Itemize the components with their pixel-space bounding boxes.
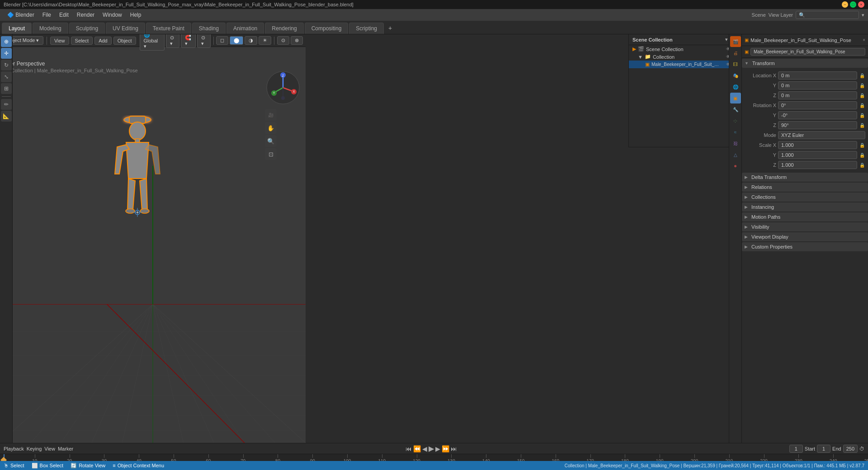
menu-edit[interactable]: Edit <box>56 11 72 19</box>
physics-props-icon[interactable]: ≈ <box>730 127 741 137</box>
instancing-header[interactable]: ▶ Instancing <box>742 202 868 212</box>
material-props-icon[interactable]: ● <box>730 160 741 171</box>
world-props-icon[interactable]: 🌐 <box>730 81 741 92</box>
scale-lock-y[interactable]: 🔒 <box>859 152 865 158</box>
snap-toggle[interactable]: 🧲 ▾ <box>181 34 196 48</box>
add-workspace-tab[interactable]: + <box>385 22 396 34</box>
menu-render[interactable]: Render <box>73 11 98 19</box>
navigation-gizmo[interactable]: Z X Y 🎥 ✋ 🔍 ⊡ <box>265 70 301 160</box>
maximize-button[interactable]: □ <box>850 1 856 8</box>
measure-tool[interactable]: 📐 <box>1 111 12 122</box>
transform-tool[interactable]: ⊞ <box>1 83 12 94</box>
rotation-x-field[interactable]: 0° <box>778 101 857 109</box>
rot-lock-z[interactable]: 🔒 <box>859 122 865 128</box>
scale-x-field[interactable]: 1.000 <box>778 141 857 149</box>
workspace-tab-shading[interactable]: Shading <box>192 23 226 34</box>
close-button[interactable]: × <box>858 1 864 8</box>
collections-header[interactable]: ▶ Collections <box>742 193 868 202</box>
annotate-tool[interactable]: ✏ <box>1 99 12 110</box>
add-menu[interactable]: Add <box>94 37 112 45</box>
location-z-field[interactable]: 0 m <box>778 91 857 99</box>
play-btn[interactable]: ▶ <box>429 444 434 453</box>
next-key-btn[interactable]: ⏩ <box>442 445 449 452</box>
prev-key-btn[interactable]: ⏪ <box>413 445 421 452</box>
workspace-tab-rendering[interactable]: Rendering <box>265 23 303 34</box>
workspace-tab-sculpting[interactable]: Sculpting <box>69 23 105 34</box>
jump-end-btn[interactable]: ⏭ <box>451 445 457 452</box>
constraints-props-icon[interactable]: ⛓ <box>730 138 741 149</box>
view-menu-tl[interactable]: View <box>44 446 55 451</box>
location-x-field[interactable]: 0 m <box>778 71 857 80</box>
workspace-tab-animation[interactable]: Animation <box>226 23 264 34</box>
workspace-tab-texture-paint[interactable]: Texture Paint <box>146 23 191 34</box>
workspace-tab-compositing[interactable]: Compositing <box>305 23 349 34</box>
perspective-btn[interactable]: ⊡ <box>265 148 277 160</box>
search-bar[interactable]: 🔍 <box>796 11 859 19</box>
cursor-tool[interactable]: ⊕ <box>1 36 12 47</box>
shading-wireframe[interactable]: ◻ <box>216 36 228 45</box>
shading-rendered[interactable]: ☀ <box>259 36 271 45</box>
scene-props-icon[interactable]: 🎭 <box>730 70 741 81</box>
workspace-tab-scripting[interactable]: Scripting <box>349 23 384 34</box>
scale-z-field[interactable]: 1.000 <box>778 161 857 169</box>
properties-scroll[interactable]: ▼ Transform Location X 0 m 🔒 Y 0 m 🔒 <box>742 58 868 443</box>
viewport-display-header[interactable]: ▶ Viewport Display <box>742 232 868 241</box>
proportional-edit[interactable]: ⊙ ▾ <box>197 34 211 48</box>
move-tool[interactable]: ✛ <box>1 48 12 59</box>
custom-properties-header[interactable]: ▶ Custom Properties <box>742 242 868 251</box>
view-menu[interactable]: View <box>50 37 69 45</box>
jump-start-btn[interactable]: ⏮ <box>406 445 412 452</box>
prev-frame-btn[interactable]: ◀ <box>422 445 427 452</box>
outliner-collection[interactable]: ▼ 📁 Collection 👁 📷 <box>629 53 741 61</box>
zoom-btn[interactable]: 🔍 <box>265 135 277 147</box>
object-props-icon[interactable]: ▣ <box>730 93 741 103</box>
hand-btn[interactable]: ✋ <box>265 122 277 134</box>
filter-icon[interactable]: ▾ <box>862 12 864 18</box>
shading-lookdev[interactable]: ◑ <box>245 36 257 45</box>
object-menu[interactable]: Object <box>113 37 136 45</box>
current-frame[interactable]: 1 <box>789 445 803 453</box>
outliner-filter[interactable]: ▾ <box>725 37 728 42</box>
menu-blender[interactable]: 🔷 Blender <box>4 11 38 19</box>
outliner-scene-collection[interactable]: ▶ 🎬 Scene Collection 👁 📷 <box>629 45 741 53</box>
select-menu[interactable]: Select <box>71 37 93 45</box>
rotation-z-field[interactable]: 90° <box>778 121 857 129</box>
location-y-field[interactable]: 0 m <box>778 81 857 89</box>
delta-transform-header[interactable]: ▶ Delta Transform <box>742 173 868 182</box>
keying-menu[interactable]: Keying <box>27 446 42 451</box>
render-props-icon[interactable]: 🎬 <box>730 36 741 47</box>
rotate-tool[interactable]: ↻ <box>1 60 12 70</box>
output-props-icon[interactable]: 🖨 <box>730 47 741 58</box>
outliner-object[interactable]: ▣ Male_Beekeeper_in_Full_Suit_Walking_Po… <box>629 61 741 68</box>
lock-x[interactable]: 🔒 <box>859 72 865 79</box>
scale-tool[interactable]: ⤡ <box>1 71 12 82</box>
viewport-content[interactable]: User Perspective (1) Collection | Male_B… <box>0 47 306 443</box>
rotation-mode-select[interactable]: XYZ Euler <box>778 131 865 139</box>
panel-options[interactable]: × <box>863 38 865 42</box>
workspace-tab-layout[interactable]: Layout <box>2 23 32 34</box>
modifier-props-icon[interactable]: 🔧 <box>730 104 741 115</box>
global-space[interactable]: 🌐 Global ▾ <box>140 34 165 51</box>
workspace-tab-modeling[interactable]: Modeling <box>33 23 68 34</box>
minimize-button[interactable]: − <box>842 1 848 8</box>
workspace-tab-uv-editing[interactable]: UV Editing <box>106 23 145 34</box>
overlay-toggle[interactable]: ⊙ <box>277 36 289 45</box>
rotation-y-field[interactable]: -0° <box>778 111 857 119</box>
end-frame[interactable]: 250 <box>843 445 858 453</box>
viewport[interactable]: Object Mode ▾ View Select Add Object 🌐 G… <box>0 34 306 443</box>
pivot-point[interactable]: ⊙ ▾ <box>166 34 179 48</box>
lock-y[interactable]: 🔒 <box>859 82 865 89</box>
menu-window[interactable]: Window <box>99 11 126 19</box>
playback-menu[interactable]: Playback <box>4 446 24 451</box>
relations-header[interactable]: ▶ Relations <box>742 183 868 192</box>
object-name-field[interactable]: Male_Beekeeper_in_Full_Suit_Walking_Pose <box>750 48 865 56</box>
marker-menu[interactable]: Marker <box>58 446 73 451</box>
scale-lock-z[interactable]: 🔒 <box>859 162 865 168</box>
xray-toggle[interactable]: ⊗ <box>291 36 303 45</box>
data-props-icon[interactable]: △ <box>730 149 741 160</box>
transform-header[interactable]: ▼ Transform <box>742 59 868 68</box>
zoom-camera-btn[interactable]: 🎥 <box>265 109 277 121</box>
shading-solid[interactable]: ⬤ <box>230 36 243 45</box>
menu-help[interactable]: Help <box>127 11 145 19</box>
visibility-header[interactable]: ▶ Visibility <box>742 222 868 231</box>
